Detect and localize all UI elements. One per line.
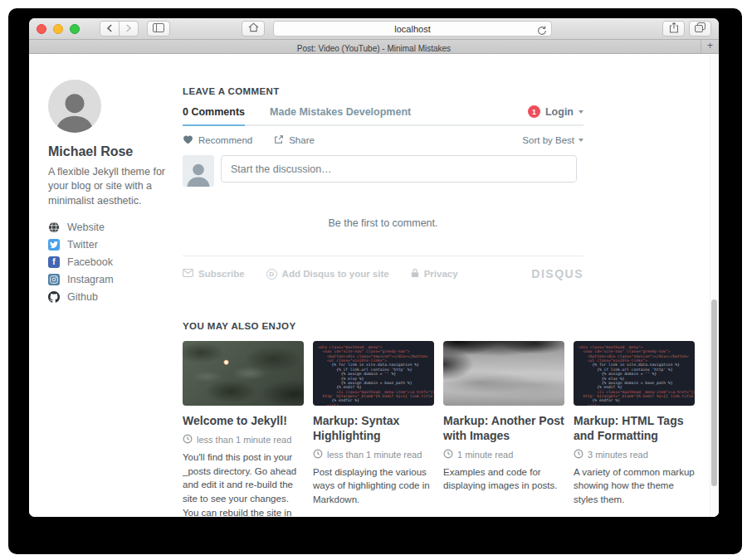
link-label: Website xyxy=(67,222,105,233)
post-thumbnail[interactable]: <div class="masthead__menu"> <nav id="si… xyxy=(313,341,434,406)
post-thumbnail[interactable]: <div class="masthead__menu"> <nav id="si… xyxy=(574,341,695,406)
active-tab[interactable]: Post: Video (YouTube) - Minimal Mistakes xyxy=(297,44,451,53)
author-sidebar: Michael Rose A flexible Jekyll theme for… xyxy=(48,80,174,309)
share-button[interactable] xyxy=(662,21,685,37)
recommend-button[interactable]: Recommend xyxy=(183,134,252,146)
new-tab-button[interactable]: + xyxy=(701,40,719,53)
chevron-left-icon xyxy=(106,22,113,35)
add-disqus-link[interactable]: D Add Disqus to your site xyxy=(266,269,389,280)
privacy-link[interactable]: Privacy xyxy=(411,268,458,280)
fullscreen-window-button[interactable] xyxy=(70,24,80,34)
clock-icon xyxy=(574,449,583,460)
disqus-tab-bar: 0 Comments Made Mistakes Development 1 L… xyxy=(183,105,583,126)
post-title[interactable]: Markup: HTML Tags and Formatting xyxy=(574,414,695,444)
post-card[interactable]: <div class="masthead__menu"> <nav id="si… xyxy=(313,341,434,517)
scrollbar-thumb[interactable] xyxy=(711,299,717,486)
close-window-button[interactable] xyxy=(37,24,46,34)
tab-community[interactable]: Made Mistakes Development xyxy=(270,106,411,124)
post-card[interactable]: Markup: Another Post with Images 1 minut… xyxy=(443,341,564,517)
share-arrow-icon xyxy=(274,134,284,146)
globe-icon xyxy=(48,222,60,233)
back-button[interactable] xyxy=(100,21,120,37)
disqus-footer: Subscribe D Add Disqus to your site Priv… xyxy=(183,267,583,280)
safari-window: localhost Post: Video (YouTube) - Minima… xyxy=(29,18,719,517)
author-avatar xyxy=(48,80,101,133)
post-thumbnail[interactable] xyxy=(183,341,304,406)
comment-compose xyxy=(183,155,583,187)
read-time: 3 minutes read xyxy=(574,449,695,460)
address-bar[interactable]: localhost xyxy=(273,21,552,37)
refresh-icon[interactable] xyxy=(537,24,547,39)
post-card[interactable]: <div class="masthead__menu"> <nav id="si… xyxy=(574,341,695,517)
privacy-label: Privacy xyxy=(424,269,458,279)
disqus-d-icon: D xyxy=(266,269,277,280)
author-name: Michael Rose xyxy=(48,144,174,159)
link-label: Facebook xyxy=(67,256,113,268)
post-title[interactable]: Markup: Another Post with Images xyxy=(443,414,564,444)
heart-icon xyxy=(183,134,193,146)
comment-input[interactable] xyxy=(221,155,577,183)
link-label: Instagram xyxy=(67,274,114,285)
notification-badge[interactable]: 1 xyxy=(528,105,540,118)
sidebar-toggle-button[interactable] xyxy=(147,21,170,37)
subscribe-label: Subscribe xyxy=(198,269,245,279)
chevron-down-icon xyxy=(579,139,583,142)
related-heading: YOU MAY ALSO ENJOY xyxy=(183,321,695,331)
person-icon xyxy=(183,158,214,187)
tab-comment-count[interactable]: 0 Comments xyxy=(183,106,245,126)
disqus-action-bar: Recommend Share Sort by Best xyxy=(183,134,583,146)
browser-toolbar: localhost xyxy=(29,18,719,40)
add-disqus-label: Add Disqus to your site xyxy=(282,269,389,279)
main-column: LEAVE A COMMENT 0 Comments Made Mistakes… xyxy=(183,86,695,517)
sidebar-icon xyxy=(153,22,164,35)
post-title[interactable]: Welcome to Jekyll! xyxy=(183,414,304,429)
empty-state-message: Be the first to comment. xyxy=(183,217,583,229)
author-bio: A flexible Jekyll theme for your blog or… xyxy=(48,165,174,208)
page-content: Michael Rose A flexible Jekyll theme for… xyxy=(29,55,719,517)
post-title[interactable]: Markup: Syntax Highlighting xyxy=(313,414,434,444)
sidebar-link-facebook[interactable]: f Facebook xyxy=(48,256,174,268)
window-shadow: localhost Post: Video (YouTube) - Minima… xyxy=(8,8,742,554)
tabs-icon xyxy=(695,22,706,35)
post-card[interactable]: Welcome to Jekyll! less than 1 minute re… xyxy=(183,341,304,517)
github-icon xyxy=(48,291,60,303)
disqus-logo[interactable]: DISQUS xyxy=(531,267,583,280)
sort-selector[interactable]: Sort by Best xyxy=(522,135,583,145)
lock-icon xyxy=(411,268,419,280)
comments-heading: LEAVE A COMMENT xyxy=(183,86,583,96)
link-label: Github xyxy=(67,291,98,303)
instagram-icon xyxy=(48,274,60,285)
tab-overview-button[interactable] xyxy=(689,21,711,37)
home-button[interactable] xyxy=(242,21,265,37)
clock-icon xyxy=(183,434,193,446)
forward-button[interactable] xyxy=(119,21,139,37)
recommend-label: Recommend xyxy=(198,135,252,145)
login-label: Login xyxy=(545,106,574,118)
tab-bar: Post: Video (YouTube) - Minimal Mistakes… xyxy=(29,40,719,54)
login-control[interactable]: 1 Login xyxy=(528,105,583,124)
minimize-window-button[interactable] xyxy=(53,24,63,34)
read-time: less than 1 minute read xyxy=(313,449,434,460)
facebook-icon: f xyxy=(48,256,60,268)
share-thread-button[interactable]: Share xyxy=(274,134,315,146)
sidebar-link-twitter[interactable]: Twitter xyxy=(48,239,174,251)
sidebar-link-website[interactable]: Website xyxy=(48,222,174,233)
sort-label: Sort by Best xyxy=(522,135,574,145)
chevron-right-icon xyxy=(125,22,132,35)
read-time: less than 1 minute read xyxy=(183,434,304,446)
post-excerpt: You'll find this post in your _posts dir… xyxy=(183,450,304,517)
post-excerpt: Examples and code for displaying images … xyxy=(443,465,564,493)
sidebar-link-github[interactable]: Github xyxy=(48,291,174,303)
person-icon xyxy=(48,85,101,133)
nav-button-group xyxy=(100,21,139,37)
disqus-comments: LEAVE A COMMENT 0 Comments Made Mistakes… xyxy=(183,86,583,280)
post-excerpt: Post displaying the various ways of high… xyxy=(313,465,434,507)
sidebar-link-instagram[interactable]: Instagram xyxy=(48,274,174,285)
url-text: localhost xyxy=(394,24,430,34)
scrollbar-track[interactable] xyxy=(710,55,719,517)
envelope-icon xyxy=(183,269,193,279)
subscribe-link[interactable]: Subscribe xyxy=(183,269,245,279)
post-thumbnail[interactable] xyxy=(443,341,564,406)
related-posts: YOU MAY ALSO ENJOY Welcome to Jekyll! le… xyxy=(183,321,695,517)
share-label: Share xyxy=(289,135,315,145)
